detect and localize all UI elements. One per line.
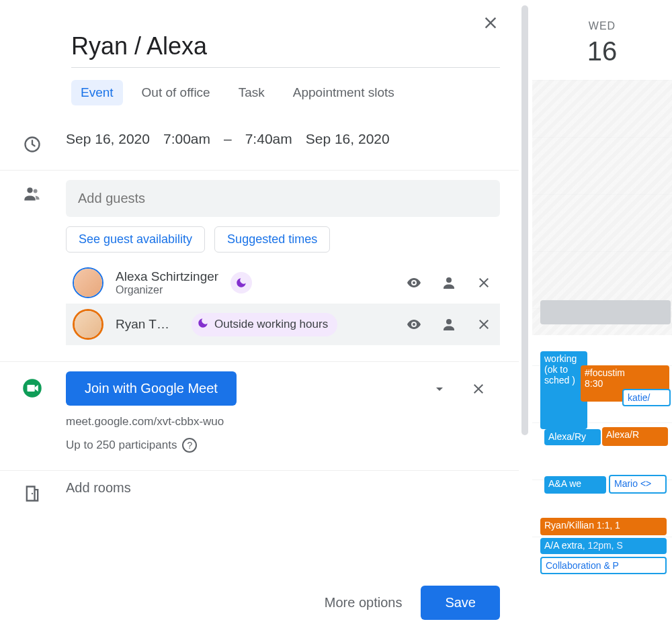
rooms-row: Add rooms bbox=[0, 471, 519, 512]
working-hours-chip: Outside working hours bbox=[192, 313, 337, 336]
event-placeholder[interactable] bbox=[540, 300, 671, 324]
time-dash: – bbox=[224, 131, 232, 147]
guest-item: Ryan T… Outside working hours bbox=[66, 304, 500, 345]
remove-meet-button[interactable] bbox=[469, 379, 488, 398]
avatar bbox=[73, 309, 103, 340]
event-create-modal: Event Out of office Task Appointment slo… bbox=[0, 0, 519, 636]
add-guests-input[interactable] bbox=[66, 180, 500, 217]
visibility-toggle[interactable] bbox=[405, 273, 423, 292]
people-icon bbox=[19, 180, 46, 203]
room-icon bbox=[19, 480, 46, 503]
close-row bbox=[0, 0, 519, 32]
meet-actions bbox=[430, 379, 488, 398]
event-title-input[interactable] bbox=[71, 32, 500, 68]
meet-details: meet.google.com/xvt-cbbx-wuo Up to 250 p… bbox=[66, 412, 500, 454]
svg-point-3 bbox=[413, 281, 415, 284]
mark-optional-button[interactable] bbox=[439, 273, 458, 292]
remove-guest-button[interactable] bbox=[474, 273, 493, 292]
guest-name: Alexa Schirtzinger bbox=[116, 269, 218, 284]
calendar-event[interactable]: katie/ bbox=[622, 389, 671, 406]
svg-point-4 bbox=[446, 277, 452, 283]
see-availability-button[interactable]: See guest availability bbox=[66, 226, 205, 253]
guest-role: Organizer bbox=[116, 284, 218, 296]
non-working-hours bbox=[532, 80, 672, 335]
remove-guest-button[interactable] bbox=[474, 315, 493, 334]
calendar-grid[interactable]: working (ok to sched ) #focustim 8:30 ka… bbox=[532, 80, 672, 590]
svg-point-6 bbox=[446, 319, 452, 324]
guest-info: Alexa Schirtzinger Organizer bbox=[116, 269, 218, 296]
scrollbar[interactable] bbox=[521, 5, 528, 435]
end-time[interactable]: 7:40am bbox=[245, 131, 292, 147]
tab-event[interactable]: Event bbox=[71, 80, 123, 105]
svg-point-2 bbox=[34, 189, 38, 193]
svg-rect-8 bbox=[28, 385, 35, 392]
guest-chip-buttons: See guest availability Suggested times bbox=[66, 226, 500, 253]
calendar-event[interactable]: Collaboration & P bbox=[540, 557, 667, 574]
mark-optional-button[interactable] bbox=[439, 315, 458, 334]
guest-actions bbox=[405, 273, 493, 292]
title-row bbox=[0, 32, 519, 68]
calendar-event[interactable]: A/A extra, 12pm, S bbox=[540, 538, 667, 554]
guest-item-organizer: Alexa Schirtzinger Organizer bbox=[66, 262, 500, 304]
tab-out-of-office[interactable]: Out of office bbox=[132, 80, 220, 105]
calendar-event[interactable]: Alexa/Ry bbox=[544, 429, 601, 445]
time-range[interactable]: Sep 16, 2020 7:00am – 7:40am Sep 16, 202… bbox=[66, 131, 500, 147]
calendar-event[interactable]: Ryan/Killian 1:1, 1 bbox=[540, 518, 667, 535]
guest-actions bbox=[405, 315, 493, 334]
start-time[interactable]: 7:00am bbox=[163, 131, 210, 147]
meet-dropdown-button[interactable] bbox=[430, 379, 449, 398]
save-button[interactable]: Save bbox=[421, 586, 500, 620]
tab-appointment-slots[interactable]: Appointment slots bbox=[284, 80, 404, 105]
guests-row: See guest availability Suggested times A… bbox=[0, 171, 519, 355]
tab-task[interactable]: Task bbox=[229, 80, 274, 105]
calendar-event[interactable]: Alexa/R bbox=[602, 427, 668, 446]
suggested-times-button[interactable]: Suggested times bbox=[214, 226, 330, 253]
meet-participants: Up to 250 participants bbox=[66, 436, 177, 454]
event-type-tabs: Event Out of office Task Appointment slo… bbox=[0, 68, 519, 122]
guest-list: Alexa Schirtzinger Organizer bbox=[66, 262, 500, 345]
moon-icon bbox=[230, 272, 252, 293]
time-row: Sep 16, 2020 7:00am – 7:40am Sep 16, 202… bbox=[0, 122, 519, 163]
add-rooms-button[interactable]: Add rooms bbox=[66, 480, 500, 496]
meet-link: meet.google.com/xvt-cbbx-wuo bbox=[66, 412, 500, 430]
close-icon bbox=[481, 13, 500, 32]
status-text: Outside working hours bbox=[214, 318, 328, 331]
join-google-meet-button[interactable]: Join with Google Meet bbox=[66, 371, 237, 406]
svg-point-5 bbox=[413, 323, 415, 326]
moon-icon bbox=[197, 317, 209, 332]
svg-point-9 bbox=[32, 493, 33, 494]
end-date[interactable]: Sep 16, 2020 bbox=[306, 131, 390, 147]
guest-name: Ryan T… bbox=[116, 317, 179, 332]
avatar bbox=[73, 267, 103, 298]
meet-button-row: Join with Google Meet bbox=[66, 371, 500, 406]
google-meet-icon bbox=[19, 371, 46, 398]
guest-info: Ryan T… bbox=[116, 317, 179, 332]
calendar-day-column: WED 16 working (ok to sched ) #focustim … bbox=[532, 0, 672, 636]
svg-point-1 bbox=[27, 187, 32, 193]
clock-icon bbox=[19, 131, 46, 154]
meet-row: Join with Google Meet meet.google.com/xv… bbox=[0, 362, 519, 463]
day-header[interactable]: WED 16 bbox=[532, 0, 672, 80]
visibility-toggle[interactable] bbox=[405, 315, 423, 334]
more-options-button[interactable]: More options bbox=[325, 595, 403, 610]
calendar-event[interactable]: Mario <> bbox=[609, 475, 667, 494]
calendar-event[interactable]: A&A we bbox=[544, 476, 606, 494]
help-icon[interactable]: ? bbox=[182, 438, 197, 453]
day-number: 16 bbox=[532, 36, 672, 66]
start-date[interactable]: Sep 16, 2020 bbox=[66, 131, 150, 147]
close-button[interactable] bbox=[481, 13, 500, 32]
day-name: WED bbox=[532, 20, 672, 32]
modal-footer: More options Save bbox=[0, 572, 519, 636]
